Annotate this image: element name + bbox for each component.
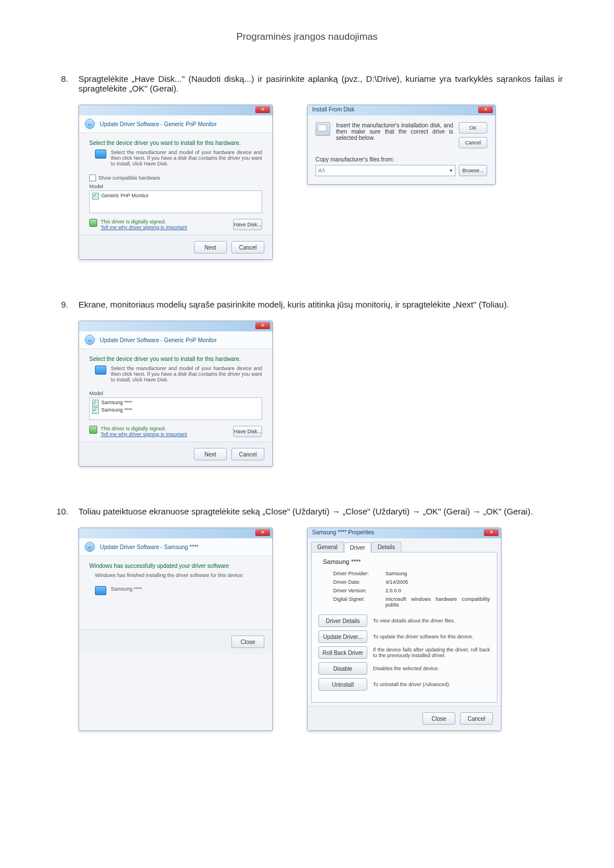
breadcrumb: Update Driver Software - Samsung **** [100,544,198,550]
back-icon: ← [85,542,95,552]
date-key: Driver Date: [333,579,385,585]
cancel-button[interactable]: Cancel [231,241,264,254]
dialog-title: Samsung **** Properties [312,529,374,535]
close-icon[interactable]: ✕ [255,529,270,536]
driver-details-button[interactable]: Driver Details [318,614,367,627]
monitor-icon [95,149,106,159]
signing-link[interactable]: Tell me why driver signing is important [101,225,187,230]
copy-from-combo[interactable]: A:\ ▾ [316,165,455,176]
list-item: Generic PnP Monitor [91,192,260,200]
version-value: 2.0.0.0 [385,588,490,593]
update-driver-button[interactable]: Update Driver... [318,630,367,643]
tab-details[interactable]: Details [371,542,401,552]
next-button[interactable]: Next [194,241,227,254]
breadcrumb: Update Driver Software - Generic PnP Mon… [100,337,217,343]
date-value: 4/14/2005 [385,579,490,585]
rollback-button[interactable]: Roll Back Driver [318,646,367,659]
success-sub: Windows has finished installing the driv… [95,572,256,578]
back-icon[interactable]: ← [85,119,95,129]
step-10-number: 10. [51,506,68,748]
step-8-text: Spragtelėkite „Have Disk..." (Naudoti di… [78,74,563,93]
step-9-text: Ekrane, monitoriaus modelių sąraše pasir… [78,300,563,309]
model-header: Model [89,391,103,396]
next-button[interactable]: Next [194,448,227,460]
install-from-disk-dialog: Install From Disk ✕ Insert the manufactu… [307,105,496,185]
monitor-icon [95,366,106,375]
update-success-dialog: ✕ ← Update Driver Software - Samsung ***… [78,528,273,731]
model-header: Model [89,184,103,189]
cancel-button[interactable]: Cancel [460,712,493,725]
browse-button[interactable]: Browse... [459,165,487,176]
page-title: Programinės įrangos naudojimas [51,31,563,43]
properties-dialog: Samsung **** Properties ✕ General Driver… [307,528,501,731]
install-message: Insert the manufacturer's installation d… [336,122,453,141]
step-9-number: 9. [51,300,68,484]
close-button[interactable]: Close [231,636,264,648]
signed-icon [92,407,99,414]
step-10-text: Toliau pateiktuose ekranuose spragtelėki… [78,506,563,516]
signing-link[interactable]: Tell me why driver signing is important [101,431,187,437]
tab-general[interactable]: General [311,542,344,552]
model-item-label: Samsung **** [101,406,132,414]
copy-from-label: Copy manufacturer's files from: [316,156,487,163]
update-driver-desc: To update the driver software for this d… [373,634,490,639]
back-icon[interactable]: ← [85,335,95,345]
close-icon[interactable]: ✕ [255,106,270,113]
signed-text: This driver is digitally signed. [101,426,187,431]
model-list[interactable]: Samsung **** Samsung **** [89,397,262,420]
disk-icon [316,122,330,136]
combo-value: A:\ [318,168,325,173]
provider-value: Samsung [385,571,490,576]
dialog-hint: Select the manufacturer and model of you… [111,149,262,167]
dialog-hint: Select the manufacturer and model of you… [111,366,262,383]
list-item: Samsung **** [91,406,260,414]
update-driver-dialog-1: ✕ ← Update Driver Software - Generic PnP… [78,105,273,260]
provider-key: Driver Provider: [333,571,385,576]
rollback-desc: If the device fails after updating the d… [373,647,490,658]
cancel-button[interactable]: Cancel [459,137,487,148]
show-compatible-label: Show compatible hardware [98,175,160,181]
have-disk-button[interactable]: Have Disk... [233,426,262,437]
shield-icon [89,426,97,434]
have-disk-button[interactable]: Have Disk... [233,219,262,230]
signer-key: Digital Signer: [333,596,385,608]
breadcrumb: Update Driver Software - Generic PnP Mon… [100,121,217,127]
uninstall-desc: To uninstall the driver (Advanced). [373,682,490,687]
monitor-icon [95,586,106,595]
signed-icon [92,193,99,200]
success-heading: Windows has successfully updated your dr… [89,563,262,569]
close-icon[interactable]: ✕ [478,106,493,113]
dialog-heading: Select the device driver you want to ins… [89,356,262,362]
chevron-down-icon: ▾ [450,168,453,173]
dialog-heading: Select the device driver you want to ins… [89,140,262,146]
model-item-label: Samsung **** [101,399,132,406]
driver-details-desc: To view details about the driver files. [373,618,490,624]
list-item: Samsung **** [91,399,260,406]
device-name: Samsung **** [111,586,142,595]
show-compatible-checkbox[interactable] [89,175,96,181]
model-list[interactable]: Generic PnP Monitor [89,190,262,213]
close-button[interactable]: Close [422,712,455,725]
uninstall-button[interactable]: Uninstall [318,678,367,691]
step-8-number: 8. [51,74,68,277]
model-item-label: Generic PnP Monitor [101,192,148,200]
signed-icon [92,400,99,406]
shield-icon [89,219,97,227]
version-key: Driver Version: [333,588,385,593]
dialog-title: Install From Disk [312,106,354,113]
disable-button[interactable]: Disable [318,662,367,675]
tab-driver[interactable]: Driver [344,542,372,553]
close-icon[interactable]: ✕ [255,322,270,329]
ok-button[interactable]: OK [459,122,487,134]
close-icon[interactable]: ✕ [484,529,499,536]
update-driver-dialog-2: ✕ ← Update Driver Software - Generic PnP… [78,321,273,467]
device-headline: Samsung **** [323,558,361,565]
cancel-button[interactable]: Cancel [231,448,264,460]
signed-text: This driver is digitally signed. [101,219,187,225]
signer-value: microsoft windows hardware compatibility… [385,596,490,608]
disable-desc: Disables the selected device. [373,666,490,671]
